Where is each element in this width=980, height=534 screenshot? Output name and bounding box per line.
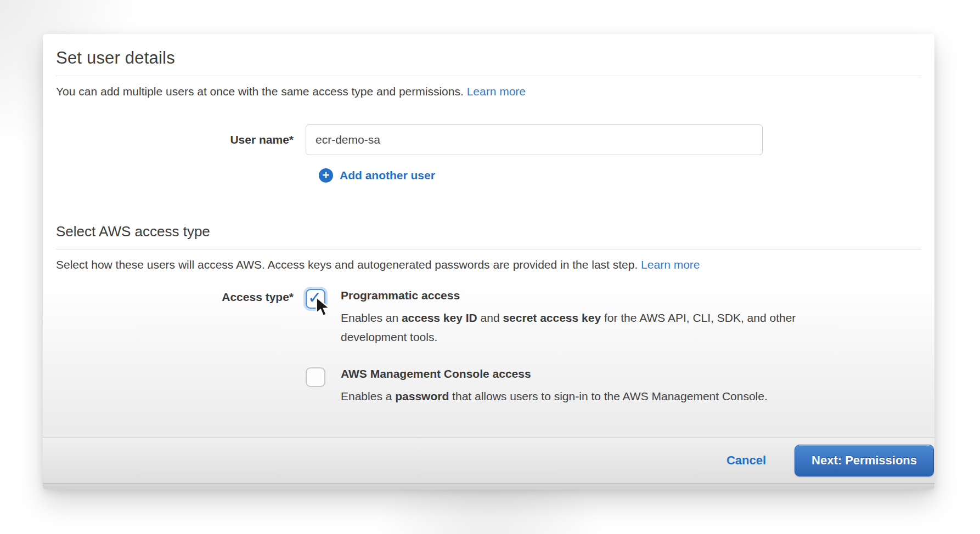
access-learn-more-link[interactable]: Learn more <box>641 258 700 271</box>
page-intro: You can add multiple users at once with … <box>56 85 921 98</box>
add-user-wizard-card: Set user details You can add multiple us… <box>43 34 934 490</box>
page-title: Set user details <box>56 48 921 68</box>
desc-text: that allows users to sign-in to the AWS … <box>449 390 768 402</box>
username-input[interactable] <box>306 124 763 155</box>
programmatic-access-label: Programmatic access <box>341 289 824 302</box>
access-type-section-title: Select AWS access type <box>56 223 921 240</box>
username-row: User name* <box>56 124 921 155</box>
desc-bold: access key ID <box>402 311 477 324</box>
console-access-label: AWS Management Console access <box>341 367 768 380</box>
title-divider <box>56 76 921 76</box>
access-section-intro: Select how these users will access AWS. … <box>56 258 921 271</box>
desc-bold: password <box>395 390 449 402</box>
add-another-user-link[interactable]: Add another user <box>340 169 435 182</box>
desc-text: Enables a <box>341 390 395 402</box>
console-access-option: AWS Management Console access Enables a … <box>341 367 768 406</box>
card-bottom-edge <box>43 483 934 490</box>
console-access-checkbox-wrap <box>306 367 326 406</box>
add-another-user-row[interactable]: + Add another user <box>319 168 921 183</box>
console-access-checkbox[interactable] <box>306 367 325 387</box>
programmatic-access-checkbox-wrap: ✓ <box>306 289 326 346</box>
access-type-label: Access type* <box>56 289 306 346</box>
section-divider <box>56 249 921 249</box>
page-intro-text: You can add multiple users at once with … <box>56 85 467 98</box>
username-label: User name* <box>56 133 306 146</box>
cancel-button[interactable]: Cancel <box>726 453 766 468</box>
label-spacer <box>56 367 306 406</box>
console-access-desc: Enables a password that allows users to … <box>341 387 768 406</box>
plus-circle-icon: + <box>319 168 333 183</box>
mouse-cursor-icon <box>314 297 334 319</box>
next-permissions-button[interactable]: Next: Permissions <box>795 445 934 476</box>
programmatic-access-desc: Enables an access key ID and secret acce… <box>341 309 824 346</box>
console-access-row: AWS Management Console access Enables a … <box>56 367 921 406</box>
intro-learn-more-link[interactable]: Learn more <box>467 85 526 98</box>
access-type-row: Access type* ✓ Programmatic access Enabl… <box>56 289 921 346</box>
desc-text: and <box>477 311 503 324</box>
desc-bold: secret access key <box>503 311 601 324</box>
wizard-footer: Cancel Next: Permissions <box>43 437 934 483</box>
access-intro-text: Select how these users will access AWS. … <box>56 258 641 271</box>
desc-text: Enables an <box>341 311 402 324</box>
programmatic-access-option: Programmatic access Enables an access ke… <box>341 289 824 346</box>
